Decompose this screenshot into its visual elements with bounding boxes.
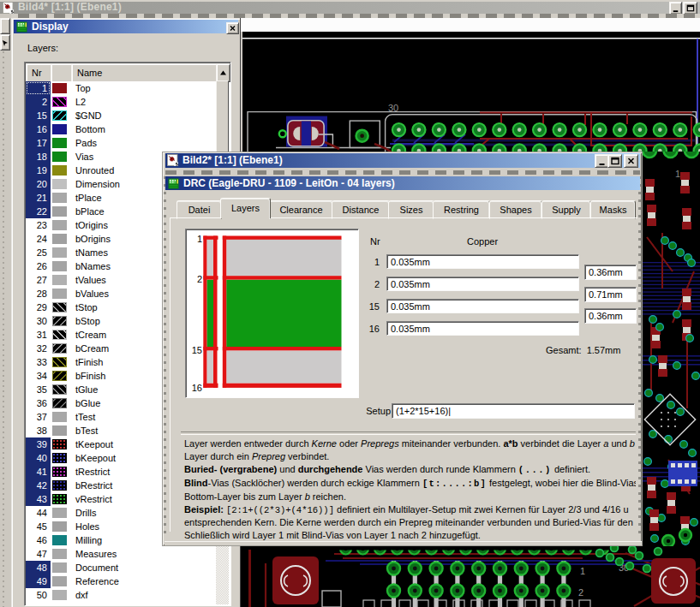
svg-text:1: 1 bbox=[197, 234, 202, 244]
svg-text:15: 15 bbox=[192, 345, 202, 355]
svg-text:1: 1 bbox=[580, 566, 585, 576]
svg-text:1: 1 bbox=[675, 169, 680, 179]
svg-text:2: 2 bbox=[578, 587, 583, 598]
svg-text:16: 16 bbox=[192, 383, 202, 393]
svg-text:2: 2 bbox=[197, 274, 202, 284]
svg-text:30: 30 bbox=[388, 103, 398, 113]
